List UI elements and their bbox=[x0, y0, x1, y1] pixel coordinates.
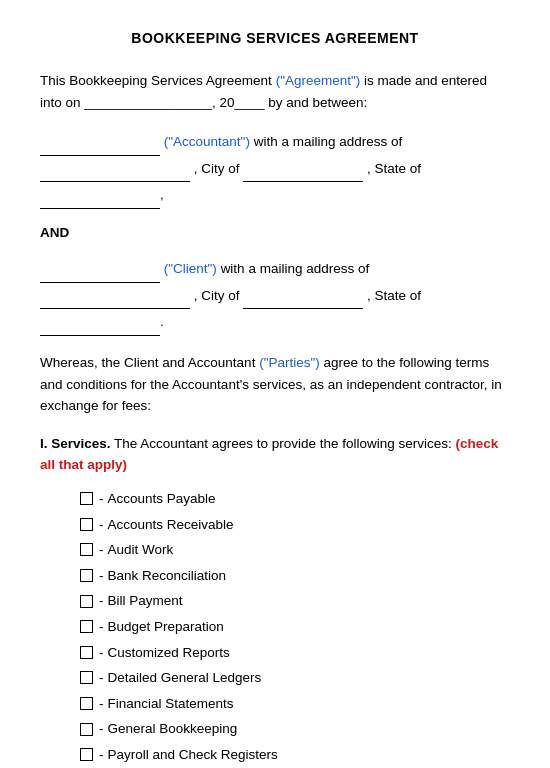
client-state-line: . bbox=[40, 309, 510, 336]
service-item[interactable]: -General Bookkeeping bbox=[80, 718, 510, 740]
section-i-label: I. Services. bbox=[40, 436, 111, 451]
service-dash: - bbox=[99, 718, 104, 740]
service-checkbox[interactable] bbox=[80, 697, 93, 710]
intro-text: This Bookkeeping Services Agreement bbox=[40, 73, 272, 88]
accountant-name-blank bbox=[40, 129, 160, 156]
service-label: Financial Statements bbox=[108, 693, 234, 715]
service-label: Payroll and Check Registers bbox=[108, 744, 278, 766]
service-label: Detailed General Ledgers bbox=[108, 667, 262, 689]
city-blank bbox=[243, 156, 363, 183]
client-name-blank bbox=[40, 256, 160, 283]
service-dash: - bbox=[99, 590, 104, 612]
accountant-state-line: , bbox=[40, 182, 510, 209]
accountant-address-intro: with a mailing address of bbox=[254, 134, 403, 149]
service-checkbox[interactable] bbox=[80, 595, 93, 608]
service-item[interactable]: -Bill Payment bbox=[80, 590, 510, 612]
service-label: Accounts Payable bbox=[108, 488, 216, 510]
service-item[interactable]: -Accounts Payable bbox=[80, 488, 510, 510]
service-label: Accounts Receivable bbox=[108, 514, 234, 536]
client-address-line: , City of , State of bbox=[40, 283, 510, 310]
service-checkbox[interactable] bbox=[80, 518, 93, 531]
service-checkbox[interactable] bbox=[80, 620, 93, 633]
parties-label: ("Parties") bbox=[259, 355, 320, 370]
service-checkbox[interactable] bbox=[80, 646, 93, 659]
service-dash: - bbox=[99, 667, 104, 689]
client-label: ("Client") bbox=[164, 261, 217, 276]
client-state-blank bbox=[40, 309, 160, 336]
and-separator: AND bbox=[40, 225, 510, 240]
service-item[interactable]: -Bank Reconciliation bbox=[80, 565, 510, 587]
service-item[interactable]: -Accounts Receivable bbox=[80, 514, 510, 536]
service-label: General Bookkeeping bbox=[108, 718, 238, 740]
agreement-label: ("Agreement") bbox=[276, 73, 361, 88]
service-label: Bill Payment bbox=[108, 590, 183, 612]
accountant-address-block: ("Accountant") with a mailing address of… bbox=[40, 129, 510, 209]
whereas-paragraph: Whereas, the Client and Accountant ("Par… bbox=[40, 352, 510, 417]
service-item[interactable]: -Detailed General Ledgers bbox=[80, 667, 510, 689]
state-label: , State of bbox=[367, 161, 421, 176]
accountant-address-blank bbox=[40, 156, 190, 183]
service-checkbox[interactable] bbox=[80, 492, 93, 505]
document-title: BOOKKEEPING SERVICES AGREEMENT bbox=[40, 30, 510, 46]
services-list: -Accounts Payable-Accounts Receivable-Au… bbox=[80, 488, 510, 768]
service-dash: - bbox=[99, 693, 104, 715]
service-checkbox[interactable] bbox=[80, 543, 93, 556]
service-item[interactable]: -Payroll and Check Registers bbox=[80, 744, 510, 766]
accountant-label: ("Accountant") bbox=[164, 134, 250, 149]
service-dash: - bbox=[99, 744, 104, 766]
service-dash: - bbox=[99, 539, 104, 561]
intro-paragraph: This Bookkeeping Services Agreement ("Ag… bbox=[40, 70, 510, 113]
client-address-intro: with a mailing address of bbox=[221, 261, 370, 276]
service-item[interactable]: -Budget Preparation bbox=[80, 616, 510, 638]
section-i-heading: I. Services. The Accountant agrees to pr… bbox=[40, 433, 510, 476]
section-i-text: The Accountant agrees to provide the fol… bbox=[114, 436, 452, 451]
accountant-name-line: ("Accountant") with a mailing address of bbox=[40, 129, 510, 156]
service-dash: - bbox=[99, 514, 104, 536]
service-item[interactable]: -Financial Statements bbox=[80, 693, 510, 715]
service-label: Audit Work bbox=[108, 539, 174, 561]
document-container: BOOKKEEPING SERVICES AGREEMENT This Book… bbox=[40, 30, 510, 768]
service-label: Customized Reports bbox=[108, 642, 230, 664]
service-label: Budget Preparation bbox=[108, 616, 224, 638]
client-city-blank bbox=[243, 283, 363, 310]
service-dash: - bbox=[99, 488, 104, 510]
service-item[interactable]: -Audit Work bbox=[80, 539, 510, 561]
service-checkbox[interactable] bbox=[80, 569, 93, 582]
service-checkbox[interactable] bbox=[80, 723, 93, 736]
service-dash: - bbox=[99, 616, 104, 638]
service-label: Bank Reconciliation bbox=[108, 565, 227, 587]
client-state-label: , State of bbox=[367, 288, 421, 303]
service-checkbox[interactable] bbox=[80, 748, 93, 761]
service-dash: - bbox=[99, 642, 104, 664]
service-checkbox[interactable] bbox=[80, 671, 93, 684]
service-item[interactable]: -Customized Reports bbox=[80, 642, 510, 664]
service-dash: - bbox=[99, 565, 104, 587]
state-blank bbox=[40, 182, 160, 209]
whereas-text: Whereas, the Client and Accountant bbox=[40, 355, 255, 370]
client-address-block: ("Client") with a mailing address of , C… bbox=[40, 256, 510, 336]
city-label: , City of bbox=[194, 161, 240, 176]
client-address-blank bbox=[40, 283, 190, 310]
accountant-address-line: , City of , State of bbox=[40, 156, 510, 183]
client-name-line: ("Client") with a mailing address of bbox=[40, 256, 510, 283]
client-city-label: , City of bbox=[194, 288, 240, 303]
